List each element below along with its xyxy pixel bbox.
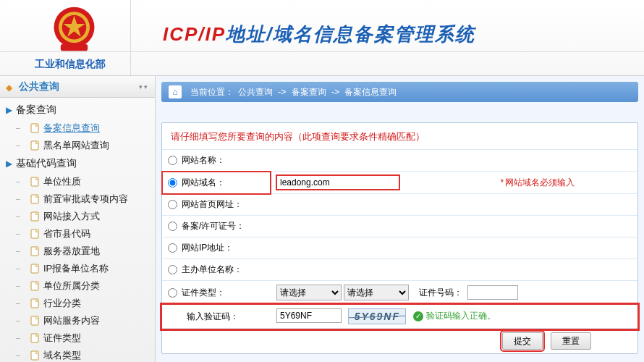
- select-cert-type-1[interactable]: 请选择: [276, 285, 342, 300]
- nav-item-label: 服务器放置地: [43, 245, 100, 258]
- nav-item[interactable]: ┈黑名单网站查询: [0, 137, 155, 154]
- breadcrumb-prefix: 当前位置：: [190, 86, 234, 98]
- page-icon: [30, 298, 41, 308]
- input-cert-no[interactable]: [467, 285, 518, 300]
- tree-connector-icon: ┈: [16, 178, 30, 186]
- svg-rect-17: [31, 351, 38, 360]
- page-icon: [30, 140, 41, 151]
- tree-connector-icon: ┈: [16, 213, 30, 221]
- tree-connector-icon: ┈: [16, 300, 30, 308]
- arrow-icon: ▶: [6, 159, 16, 169]
- content-area: ⌂ 当前位置： 公共查询 -> 备案查询 -> 备案信息查询 请仔细填写您所要查…: [156, 76, 644, 362]
- nav-group-header[interactable]: ▶备案查询: [0, 101, 155, 119]
- svg-rect-7: [31, 177, 38, 186]
- nav-item-label: IP报备单位名称: [43, 262, 109, 275]
- captcha-status: ✓ 验证码输入正确。: [413, 310, 496, 322]
- nav-item[interactable]: ┈网站服务内容: [0, 312, 155, 329]
- row-site-ip: 网站IP地址：: [162, 237, 637, 259]
- svg-rect-10: [31, 230, 38, 238]
- page-icon: [30, 350, 41, 361]
- nav-item[interactable]: ┈单位所属分类: [0, 277, 155, 295]
- nav-item[interactable]: ┈行业分类: [0, 295, 155, 312]
- tree-connector-icon: ┈: [16, 248, 30, 256]
- label-sponsor: 主办单位名称：: [182, 264, 242, 274]
- breadcrumb-separator: ->: [276, 87, 289, 97]
- radio-site-homepage[interactable]: [168, 200, 177, 209]
- svg-rect-16: [31, 334, 38, 342]
- tree-connector-icon: ┈: [16, 195, 30, 203]
- page-icon: [30, 229, 41, 239]
- breadcrumb: ⌂ 当前位置： 公共查询 -> 备案查询 -> 备案信息查询: [161, 82, 638, 102]
- svg-rect-4: [61, 44, 88, 51]
- svg-rect-15: [31, 316, 38, 325]
- breadcrumb-separator: ->: [329, 87, 342, 97]
- nav-group-header[interactable]: ▶基础代码查询: [0, 154, 155, 173]
- radio-site-name[interactable]: [168, 156, 177, 165]
- row-site-homepage: 网站首页网址：: [162, 194, 637, 216]
- breadcrumb-item: 备案信息查询: [344, 87, 397, 97]
- system-title: ICP/IP地址/域名信息备案管理系统: [163, 22, 475, 47]
- nav-item[interactable]: ┈单位性质: [0, 173, 155, 190]
- nav-item[interactable]: ┈服务器放置地: [0, 243, 155, 260]
- tree-connector-icon: ┈: [16, 352, 30, 360]
- nav-item-label: 网站接入方式: [43, 210, 100, 223]
- nav-group-label: 基础代码查询: [16, 157, 77, 170]
- nav-item[interactable]: ┈备案信息查询: [0, 119, 155, 137]
- label-record-license: 备案/许可证号：: [182, 221, 245, 231]
- radio-site-ip[interactable]: [168, 243, 177, 253]
- breadcrumb-item[interactable]: 公共查询: [238, 87, 273, 97]
- tree-connector-icon: ┈: [16, 142, 30, 150]
- nav-item-label: 黑名单网站查询: [43, 139, 109, 152]
- nav-item[interactable]: ┈网站接入方式: [0, 208, 155, 225]
- row-site-domain: 网站域名： *网站域名必须输入: [162, 172, 637, 194]
- label-site-name: 网站名称：: [182, 155, 225, 165]
- label-cert-no: 证件号码：: [419, 287, 462, 298]
- label-captcha: 输入验证码：: [187, 311, 239, 321]
- svg-rect-9: [31, 212, 38, 221]
- svg-rect-13: [31, 282, 38, 290]
- sidebar-section-header[interactable]: ◆ 公共查询 ▾▾: [0, 76, 155, 98]
- tree-connector-icon: ┈: [16, 317, 30, 325]
- radio-record-license[interactable]: [168, 222, 177, 231]
- hint-site-domain: *网站域名必须输入: [495, 172, 638, 194]
- nav-item-label: 前置审批或专项内容: [43, 193, 128, 206]
- query-panel: 请仔细填写您所要查询的内容（此项查询要求条件精确匹配） 网站名称： 网站域名： …: [161, 122, 638, 354]
- svg-rect-8: [31, 195, 38, 203]
- header: 工业和信息化部 ICP/IP地址/域名信息备案管理系统: [0, 0, 644, 76]
- tree-connector-icon: ┈: [16, 334, 30, 342]
- nav-item[interactable]: ┈IP报备单位名称: [0, 260, 155, 277]
- page-icon: [30, 281, 41, 291]
- breadcrumb-item[interactable]: 备案查询: [292, 87, 326, 97]
- select-cert-type-2[interactable]: 请选择: [344, 285, 409, 300]
- svg-rect-14: [31, 299, 38, 308]
- nav-item-label: 域名类型: [43, 349, 81, 362]
- nav-item-label: 行业分类: [43, 297, 81, 310]
- row-record-license: 备案/许可证号：: [162, 216, 637, 237]
- input-site-domain[interactable]: [276, 175, 399, 190]
- reset-button[interactable]: 重置: [551, 332, 591, 350]
- nav-item-label: 网站服务内容: [43, 314, 100, 327]
- radio-cert-type[interactable]: [168, 288, 177, 298]
- page-icon: [30, 123, 41, 133]
- nav-item[interactable]: ┈域名类型: [0, 347, 155, 362]
- tree-connector-icon: ┈: [16, 282, 30, 290]
- nav-item[interactable]: ┈前置审批或专项内容: [0, 190, 155, 208]
- radio-sponsor[interactable]: [168, 265, 177, 274]
- nav-item[interactable]: ┈证件类型: [0, 329, 155, 347]
- page-icon: [30, 246, 41, 256]
- tree-connector-icon: ┈: [16, 265, 30, 273]
- page-icon: [30, 177, 41, 187]
- captcha-image[interactable]: 5Y69NF: [348, 308, 406, 324]
- input-captcha[interactable]: [276, 308, 342, 323]
- label-site-ip: 网站IP地址：: [182, 243, 233, 253]
- svg-rect-11: [31, 247, 38, 256]
- row-captcha: 输入验证码： 5Y69NF ✓ 验证码输入正确。: [162, 305, 637, 329]
- bullet-icon: ◆: [6, 83, 14, 91]
- row-sponsor: 主办单位名称：: [162, 259, 637, 281]
- national-emblem-icon: [40, 4, 109, 54]
- nav-item[interactable]: ┈省市县代码: [0, 225, 155, 243]
- submit-button[interactable]: 提交: [502, 332, 543, 350]
- home-icon[interactable]: ⌂: [169, 85, 182, 98]
- radio-site-domain[interactable]: [168, 178, 177, 188]
- nav-item-label: 证件类型: [43, 332, 81, 345]
